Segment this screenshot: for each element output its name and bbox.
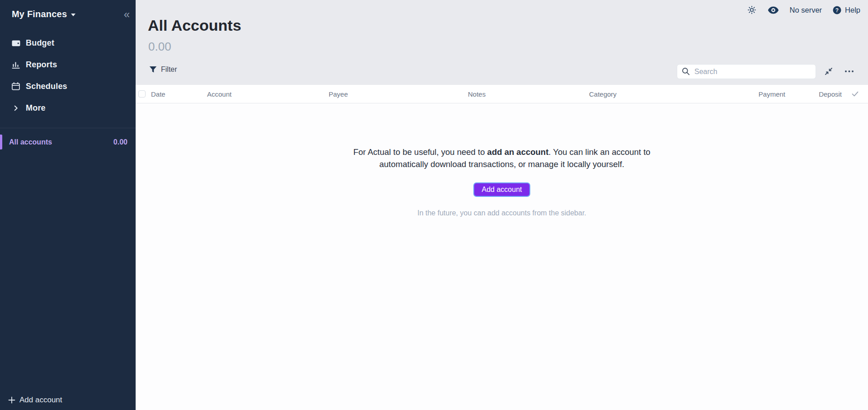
empty-state: For Actual to be useful, you need to add… <box>136 146 868 217</box>
collapse-transactions-button[interactable] <box>824 66 834 76</box>
budget-file-name[interactable]: My Finances <box>12 9 67 19</box>
page-balance: 0.00 <box>148 40 171 53</box>
active-indicator-bar <box>0 135 2 149</box>
sidebar-item-label: Budget <box>26 38 54 48</box>
server-status-label: No server <box>790 6 822 14</box>
sidebar-item-label: Schedules <box>26 82 67 91</box>
ellipsis-icon <box>844 70 854 73</box>
theme-toggle-button[interactable] <box>747 5 757 15</box>
topbar: No server ? Help <box>747 4 860 16</box>
sun-icon <box>747 5 757 15</box>
column-header-payment[interactable]: Payment <box>726 90 785 98</box>
message-text: For Actual to be useful, you need to <box>353 147 487 157</box>
svg-text:?: ? <box>835 7 839 13</box>
column-header-account[interactable]: Account <box>207 90 329 98</box>
all-accounts-balance: 0.00 <box>113 138 127 146</box>
eye-icon <box>768 6 779 14</box>
add-account-button[interactable]: Add account <box>473 182 531 197</box>
sidebar-item-more[interactable]: More <box>0 97 136 119</box>
chevron-down-icon <box>71 14 75 16</box>
chevron-right-icon <box>11 105 21 111</box>
all-accounts-label: All accounts <box>9 138 52 146</box>
wallet-icon <box>11 39 21 47</box>
page-title: All Accounts <box>148 16 241 35</box>
transactions-table-header: Date Account Payee Notes Category Paymen… <box>136 85 868 103</box>
sidebar-item-label: Reports <box>26 60 57 70</box>
message-bold-text: add an account <box>487 147 549 157</box>
filter-funnel-icon <box>149 66 157 74</box>
column-header-category[interactable]: Category <box>589 90 726 98</box>
sidebar-item-schedules[interactable]: Schedules <box>0 75 136 97</box>
help-icon: ? <box>833 6 841 14</box>
add-account-label: Add account <box>19 396 62 405</box>
app-window: My Finances « Budget Reports S <box>0 0 868 410</box>
sidebar: My Finances « Budget Reports S <box>0 0 136 410</box>
main-content: No server ? Help All Accounts 0.00 Filte… <box>136 0 868 410</box>
more-options-button[interactable] <box>844 66 854 76</box>
column-header-payee[interactable]: Payee <box>329 90 468 98</box>
server-status-button[interactable]: No server <box>790 6 822 14</box>
column-header-deposit[interactable]: Deposit <box>785 90 842 98</box>
cleared-check-icon[interactable] <box>842 91 868 97</box>
compress-arrows-icon <box>824 67 833 76</box>
sidebar-add-account-button[interactable]: Add account <box>8 396 62 405</box>
empty-state-message: For Actual to be useful, you need to add… <box>345 146 659 170</box>
select-all-checkbox[interactable] <box>138 90 146 98</box>
column-header-notes[interactable]: Notes <box>468 90 589 98</box>
collapse-sidebar-button[interactable]: « <box>124 10 130 19</box>
search-box <box>677 64 816 79</box>
help-button[interactable]: ? Help <box>833 6 860 14</box>
plus-icon <box>8 396 15 404</box>
privacy-mode-button[interactable] <box>768 6 779 14</box>
calendar-icon <box>11 82 21 90</box>
column-header-date[interactable]: Date <box>149 90 207 98</box>
sidebar-item-all-accounts[interactable]: All accounts 0.00 <box>0 134 136 150</box>
filter-label: Filter <box>161 65 177 74</box>
filter-button[interactable]: Filter <box>149 63 177 76</box>
sidebar-divider <box>0 128 136 128</box>
sidebar-item-reports[interactable]: Reports <box>0 54 136 75</box>
sidebar-item-label: More <box>26 103 46 113</box>
search-input[interactable] <box>677 64 816 79</box>
bar-chart-icon <box>11 61 21 69</box>
empty-state-note: In the future, you can add accounts from… <box>136 209 868 217</box>
budget-file-menu[interactable]: My Finances « <box>12 9 130 19</box>
help-label: Help <box>845 6 860 14</box>
sidebar-item-budget[interactable]: Budget <box>0 32 136 54</box>
sidebar-nav: Budget Reports Schedules More <box>0 32 136 119</box>
